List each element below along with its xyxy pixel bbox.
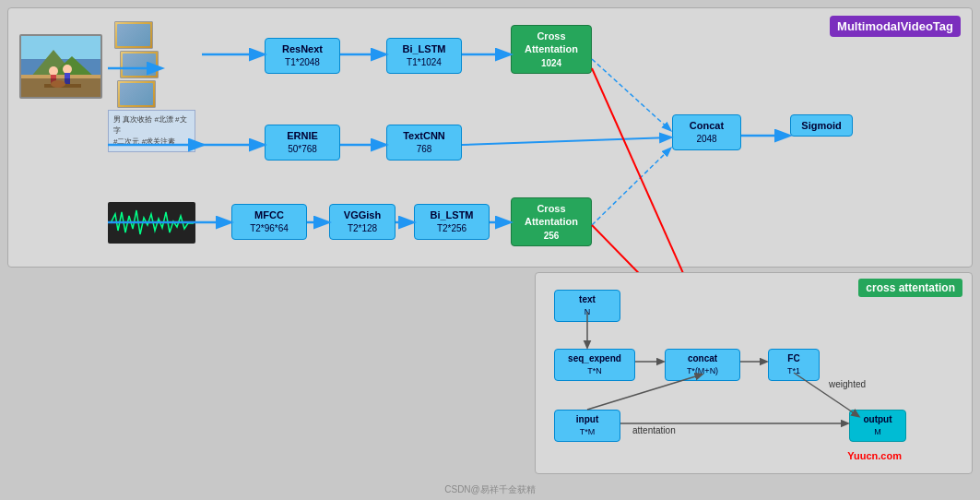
svg-point-11 <box>51 80 65 88</box>
node-textcnn: TextCNN 768 <box>386 125 462 161</box>
node-cross-att2: CrossAttentation 256 <box>511 197 592 246</box>
node-fc: FC T*1 <box>768 349 820 381</box>
film-frame-1 <box>114 21 153 49</box>
svg-line-19 <box>462 137 670 145</box>
svg-rect-9 <box>65 73 70 86</box>
node-input: input T*M <box>554 410 620 442</box>
bottom-diagram: cross attentation text N seq_expend T*N … <box>535 272 973 474</box>
film-strip <box>114 21 159 108</box>
node-bi-lstm1: Bi_LSTM T1*1024 <box>386 38 462 74</box>
node-concat2: concat T*(M+N) <box>665 349 740 381</box>
svg-point-6 <box>49 66 58 76</box>
svg-rect-2 <box>21 36 102 59</box>
title-box: MultimodalVideoTag <box>830 16 961 37</box>
film-frame-2 <box>120 51 159 78</box>
svg-rect-10 <box>44 84 81 88</box>
node-bi-lstm2: Bi_LSTM T2*256 <box>414 204 490 240</box>
video-thumbnail <box>19 34 102 99</box>
film-frame-3 <box>117 80 156 108</box>
svg-line-24 <box>592 59 670 130</box>
node-concat: Concat 2048 <box>672 114 741 150</box>
node-sigmoid: Sigmoid <box>790 114 853 137</box>
svg-line-25 <box>592 149 670 225</box>
top-diagram: MultimodalVideoTag <box>7 7 973 268</box>
node-ernie: ERNIE 50*768 <box>265 125 340 161</box>
yuucn-watermark: Yuucn.com <box>847 450 902 461</box>
attentation-label: attentation <box>632 425 676 435</box>
node-mfcc: MFCC T2*96*64 <box>231 204 307 240</box>
node-resnext: ResNext T1*2048 <box>265 38 340 74</box>
watermark: CSDN@易祥千金获精 <box>444 483 536 496</box>
text-block: 男 真次收拾 #北漂 #文字 #二次元 #求关注素 <box>108 110 195 152</box>
node-text: text N <box>554 290 620 322</box>
svg-rect-5 <box>21 75 102 99</box>
svg-rect-7 <box>51 75 56 86</box>
main-container: MultimodalVideoTag <box>0 0 980 500</box>
node-output: output M <box>849 410 906 442</box>
cross-attention-title: cross attentation <box>858 279 962 297</box>
audio-wave <box>108 202 195 244</box>
node-cross-att1: CrossAttentation 1024 <box>511 25 592 74</box>
node-seq-expend: seq_expend T*N <box>554 349 635 381</box>
svg-point-8 <box>63 65 72 74</box>
weighted-label: weighted <box>829 379 866 389</box>
node-vggish: VGGish T2*128 <box>329 204 396 240</box>
